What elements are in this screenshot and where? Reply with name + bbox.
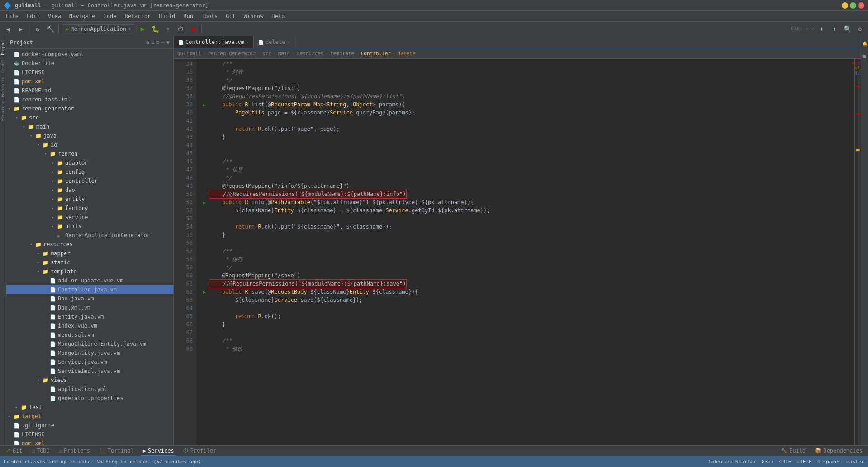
tab-build[interactable]: 🔨 Build [779, 446, 807, 456]
status-indent[interactable]: 4 spaces [817, 459, 841, 465]
tab-todo[interactable]: ☑ TODO [30, 446, 52, 456]
status-encoding[interactable]: UTF-8 [797, 459, 811, 465]
tree-item-test[interactable]: ▸ 📁 test [6, 403, 173, 412]
profile-btn[interactable]: ⏱ [175, 24, 186, 34]
tree-item-application-yml[interactable]: 📄 application.yml [6, 385, 173, 394]
tree-item-views[interactable]: ▾ 📁 views [6, 376, 173, 385]
tab-git[interactable]: ⎇ Git [4, 446, 24, 456]
tab-delete[interactable]: 📄 delete ✕ [254, 36, 294, 48]
breadcrumb-template[interactable]: template [330, 51, 354, 57]
tree-item-service[interactable]: ▸ 📁 service [6, 213, 173, 222]
tree-item-src[interactable]: ▾ 📁 src [6, 113, 173, 122]
tree-item-controller-java-vm[interactable]: 📄 Controller.java.vm [6, 285, 173, 294]
tree-item-serviceimpl-java-vm[interactable]: 📄 ServiceImpl.java.vm [6, 367, 173, 376]
vtab-project[interactable]: Project [0, 38, 5, 57]
minimize-btn[interactable]: ─ [842, 2, 848, 9]
panel-minimize-icon[interactable]: ▼ [166, 39, 170, 46]
stop-btn[interactable]: ■ [188, 24, 199, 34]
coverage-btn[interactable]: ☂ [162, 24, 173, 34]
menu-tools[interactable]: Tools [198, 12, 221, 20]
tree-item-entity[interactable]: ▸ 📁 entity [6, 195, 173, 204]
tree-item-readme-md[interactable]: 📄 README.md [6, 86, 173, 95]
tree-item-license[interactable]: 📄 LICENSE [6, 68, 173, 77]
panel-gear-icon[interactable]: ⚙ [146, 39, 149, 46]
tree-item-index-vue-vm[interactable]: 📄 index.vue.vm [6, 321, 173, 330]
tree-item-pom-xml[interactable]: 📄 pom.xml [6, 77, 173, 86]
tree-item-factory[interactable]: ▸ 📁 factory [6, 204, 173, 213]
status-branch[interactable]: master [846, 459, 864, 465]
close-btn[interactable]: ✕ [858, 2, 864, 9]
run-btn[interactable]: ▶ [137, 24, 148, 34]
tree-item-dao[interactable]: ▸ 📁 dao [6, 186, 173, 195]
maximize-btn[interactable]: □ [850, 2, 856, 9]
tree-item--gitignore[interactable]: 📄 .gitignore [6, 421, 173, 430]
tree-item-dao-java-vm[interactable]: 📄 Dao.java.vm [6, 294, 173, 303]
menu-refactor[interactable]: Refactor [121, 12, 154, 20]
tab-terminal[interactable]: ⬛ Terminal [97, 446, 136, 456]
breadcrumb-gulimall[interactable]: gulimall [177, 51, 201, 57]
tree-item-docker-compose-yaml[interactable]: 📄 docker-compose.yaml [6, 50, 173, 59]
tree-item-main[interactable]: ▾ 📁 main [6, 122, 173, 131]
tree-item-mongochildrenentity-java-vm[interactable]: 📄 MongoChildrenEntity.java.vm [6, 339, 173, 348]
vtab-commit[interactable]: Commit [0, 58, 5, 75]
git-push-btn[interactable]: ⬆ [829, 24, 840, 34]
tree-item-dao-xml-vm[interactable]: 📄 Dao.xml.vm [6, 303, 173, 312]
window-controls[interactable]: ─ □ ✕ [842, 2, 864, 9]
tree-item-target[interactable]: ▸ 📁 target [6, 412, 173, 421]
tree-item-renren[interactable]: ▾ 📁 renren [6, 149, 173, 158]
tree-item-adaptor[interactable]: ▸ 📁 adaptor [6, 158, 173, 167]
menu-code[interactable]: Code [100, 12, 120, 20]
tab-profiler[interactable]: ⏱ Profiler [181, 446, 218, 456]
tree-item-menu-sql-vm[interactable]: 📄 menu.sql.vm [6, 330, 173, 339]
menu-edit[interactable]: Edit [23, 12, 43, 20]
tab-problems[interactable]: ⚠ Problems [57, 446, 92, 456]
panel-settings-icon[interactable]: ⋯ [161, 39, 165, 46]
status-cursor[interactable]: 83:7 [762, 459, 774, 465]
tab-close-controller[interactable]: ✕ [246, 40, 249, 45]
menu-help[interactable]: Help [268, 12, 288, 20]
toolbar-reformat-btn[interactable]: ↻ [32, 24, 43, 34]
toolbar-back-btn[interactable]: ◀ [3, 24, 14, 34]
tab-controller-java-vm[interactable]: 📄 Controller.java.vm ✕ [174, 36, 254, 48]
menu-build[interactable]: Build [155, 12, 179, 20]
tab-dependencies[interactable]: 📦 Dependencies [813, 446, 864, 456]
toolbar-search-btn[interactable]: 🔍 [842, 24, 853, 34]
breadcrumb-resources[interactable]: resources [297, 51, 324, 57]
breadcrumb-controller[interactable]: Controller [361, 51, 391, 57]
debug-btn[interactable]: 🐛 [150, 24, 161, 34]
menu-git[interactable]: Git [222, 12, 239, 20]
menu-run[interactable]: Run [180, 12, 197, 20]
panel-sort-icon[interactable]: ≡ [151, 39, 154, 46]
tree-item-entity-java-vm[interactable]: 📄 Entity.java.vm [6, 312, 173, 321]
toolbar-build-btn[interactable]: 🔨 [45, 24, 56, 34]
menu-file[interactable]: File [2, 12, 22, 20]
tree-item-add-or-update-vue-vm[interactable]: 📄 add-or-update.vue.vm [6, 276, 173, 285]
breadcrumb-generator[interactable]: renren-generator [208, 51, 256, 57]
tree-item-pom-xml[interactable]: 📄 pom.xml [6, 439, 173, 445]
menu-navigate[interactable]: Navigate [66, 12, 99, 20]
status-crlf[interactable]: CRLF [779, 459, 792, 465]
vtab-bookmarks[interactable]: Bookmarks [0, 76, 5, 99]
tree-item-dockerfile[interactable]: 🐳 Dockerfile [6, 59, 173, 68]
tree-item-template[interactable]: ▾ 📁 template [6, 267, 173, 276]
tree-item-renrenapplicationgenerator[interactable]: ☕ RenrenApplicationGenerator [6, 231, 173, 240]
breadcrumb-delete[interactable]: delete [398, 51, 416, 57]
tree-item-config[interactable]: ▸ 📁 config [6, 167, 173, 176]
breadcrumb-main[interactable]: main [278, 51, 290, 57]
side-notifications[interactable]: 🔔 [859, 38, 868, 49]
tree-item-resources[interactable]: ▾ 📁 resources [6, 240, 173, 249]
code-content[interactable]: /** * 列表 */ @RequestMapping("/list") //@… [196, 59, 854, 445]
breadcrumb-src[interactable]: src [262, 51, 271, 57]
toolbar-settings-btn[interactable]: ⚙ [854, 24, 865, 34]
git-pull-btn[interactable]: ⬇ [816, 24, 827, 34]
menu-view[interactable]: View [44, 12, 65, 20]
tree-item-mapper[interactable]: ▸ 📁 mapper [6, 249, 173, 258]
tree-item-static[interactable]: ▸ 📁 static [6, 258, 173, 267]
panel-collapse-icon[interactable]: ⊟ [156, 39, 159, 46]
menu-window[interactable]: Window [240, 12, 267, 20]
tree-item-io[interactable]: ▾ 📁 io [6, 140, 173, 149]
tree-item-renren-fast-iml[interactable]: 📄 renren-fast.iml [6, 95, 173, 104]
tree-item-java[interactable]: ▾ 📁 java [6, 131, 173, 140]
tab-services[interactable]: ▶ Services [141, 446, 176, 456]
tree-item-generator-properties[interactable]: 📄 generator.properties [6, 394, 173, 403]
